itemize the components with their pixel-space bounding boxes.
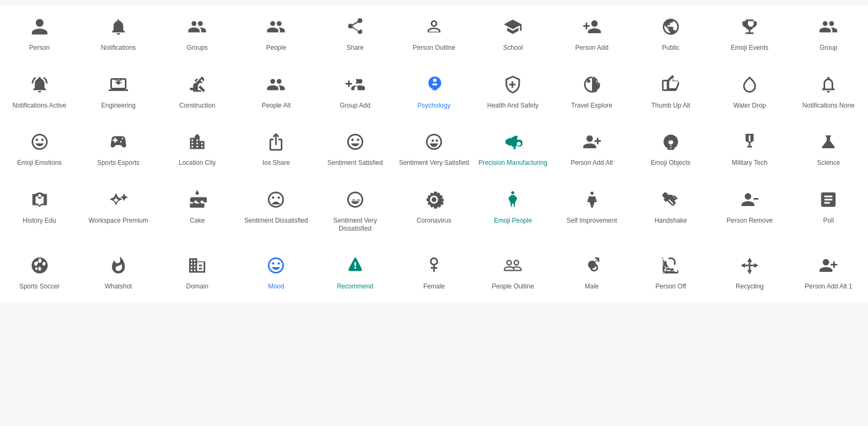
male-icon <box>582 254 602 277</box>
icon-cell-workspace-premium[interactable]: Workspace Premium <box>79 178 158 244</box>
icon-cell-military-tech[interactable]: Military Tech <box>710 120 789 178</box>
person-add-alt-label: Person Add Alt <box>571 159 613 168</box>
health-and-safety-label: Health And Safety <box>487 102 538 110</box>
icon-cell-person[interactable]: Person <box>0 5 79 63</box>
sentiment-very-dissatisfied-icon <box>346 188 365 211</box>
precision-manufacturing-icon <box>503 130 522 154</box>
icon-cell-sentiment-satisfied[interactable]: Sentiment Satisfied <box>316 120 394 178</box>
person-outline-icon <box>424 15 444 39</box>
icon-cell-ios-share[interactable]: Ios Share <box>237 120 316 178</box>
domain-label: Domain <box>186 283 208 291</box>
icon-cell-recycling[interactable]: Recycling <box>710 244 789 302</box>
icon-cell-person-add-alt-1[interactable]: Person Add Alt 1 <box>789 244 868 302</box>
location-city-label: Location City <box>178 159 215 168</box>
icon-cell-health-and-safety[interactable]: Health And Safety <box>474 63 552 121</box>
poll-label: Poll <box>823 217 834 225</box>
icon-cell-school[interactable]: School <box>474 5 552 63</box>
icon-cell-precision-manufacturing[interactable]: Precision Manufacturing <box>474 120 552 178</box>
icon-cell-notifications[interactable]: Notifications <box>79 5 158 63</box>
icon-cell-location-city[interactable]: Location City <box>158 120 237 178</box>
recycling-label: Recycling <box>736 283 764 291</box>
icon-cell-person-add-alt[interactable]: Person Add Alt <box>552 120 631 178</box>
icon-cell-poll[interactable]: Poll <box>789 178 868 244</box>
mood-label: Mood <box>268 283 284 291</box>
icon-cell-notifications-active[interactable]: Notifications Active <box>0 63 79 121</box>
history-edu-label: History Edu <box>23 217 56 225</box>
precision-manufacturing-label: Precision Manufacturing <box>478 159 548 168</box>
emoji-objects-label: Emoji Objects <box>651 159 691 168</box>
icon-cell-psychology[interactable]: Psychology <box>394 63 473 121</box>
group-label: Group <box>820 44 837 52</box>
icon-cell-engineering[interactable]: Engineering <box>79 63 158 121</box>
icon-cell-group[interactable]: Group <box>789 5 868 63</box>
workspace-premium-icon <box>109 188 128 211</box>
icon-cell-construction[interactable]: Construction <box>158 63 237 121</box>
icon-cell-water-drop[interactable]: Water Drop <box>710 63 789 121</box>
coronavirus-icon <box>424 188 444 211</box>
public-icon <box>661 15 680 39</box>
travel-explore-icon <box>582 73 602 96</box>
science-label: Science <box>817 159 840 168</box>
recommend-icon <box>346 254 365 277</box>
icon-cell-notifications-none[interactable]: Notifications None <box>789 63 868 121</box>
self-improvement-label: Self Improvement <box>567 217 617 225</box>
icon-cell-recommend[interactable]: Recommend <box>316 244 394 302</box>
icon-cell-public[interactable]: Public <box>631 5 710 63</box>
military-tech-icon <box>740 130 759 154</box>
icon-cell-female[interactable]: Female <box>394 244 473 302</box>
icon-cell-sentiment-very-dissatisfied[interactable]: Sentiment Very Dissatisfied <box>316 178 394 244</box>
person-add-alt-1-icon <box>819 254 838 277</box>
icon-cell-history-edu[interactable]: History Edu <box>0 178 79 244</box>
ios-share-icon <box>266 130 286 154</box>
icon-cell-people-alt[interactable]: People Alt <box>237 63 316 121</box>
icon-grid: PersonNotificationsGroupsPeopleSharePers… <box>0 0 868 307</box>
icon-cell-travel-explore[interactable]: Travel Explore <box>552 63 631 121</box>
share-icon <box>346 15 365 39</box>
icon-cell-thumb-up-alt[interactable]: Thumb Up Alt <box>631 63 710 121</box>
icon-cell-emoji-events[interactable]: Emoji Events <box>710 5 789 63</box>
icon-cell-sentiment-very-satisfied[interactable]: Sentiment Very Satisfied <box>394 120 473 178</box>
icon-cell-people[interactable]: People <box>237 5 316 63</box>
icon-cell-person-add[interactable]: Person Add <box>552 5 631 63</box>
icon-cell-sentiment-dissatisfied[interactable]: Sentiment Dissatisfied <box>237 178 316 244</box>
icon-cell-handshake[interactable]: Handshake <box>631 178 710 244</box>
icon-cell-domain[interactable]: Domain <box>158 244 237 302</box>
icon-cell-people-outline[interactable]: People Outline <box>474 244 552 302</box>
sports-esports-icon <box>109 130 128 154</box>
people-outline-icon <box>503 254 522 277</box>
mood-icon <box>266 254 286 277</box>
sentiment-very-satisfied-label: Sentiment Very Satisfied <box>399 159 469 168</box>
icon-cell-cake[interactable]: Cake <box>158 178 237 244</box>
people-alt-label: People Alt <box>261 102 290 110</box>
icon-cell-groups[interactable]: Groups <box>158 5 237 63</box>
person-remove-icon <box>740 188 759 211</box>
icon-cell-person-off[interactable]: Person Off <box>631 244 710 302</box>
group-icon <box>819 15 838 39</box>
construction-label: Construction <box>179 102 215 110</box>
psychology-label: Psychology <box>417 102 450 110</box>
icon-cell-whatshot[interactable]: Whatshot <box>79 244 158 302</box>
people-alt-icon <box>266 73 286 96</box>
icon-cell-person-outline[interactable]: Person Outline <box>394 5 473 63</box>
person-add-alt-icon <box>582 130 602 154</box>
icon-cell-group-add[interactable]: Group Add <box>316 63 394 121</box>
icon-cell-emoji-objects[interactable]: Emoji Objects <box>631 120 710 178</box>
person-off-label: Person Off <box>655 283 686 291</box>
icon-cell-sports-soccer[interactable]: Sports Soccer <box>0 244 79 302</box>
whatshot-icon <box>109 254 128 277</box>
notifications-active-label: Notifications Active <box>12 102 66 110</box>
icon-cell-person-remove[interactable]: Person Remove <box>710 178 789 244</box>
icon-cell-self-improvement[interactable]: Self Improvement <box>552 178 631 244</box>
icon-cell-sports-esports[interactable]: Sports Esports <box>79 120 158 178</box>
icon-cell-emoji-emotions[interactable]: Emoji Emotions <box>0 120 79 178</box>
icon-cell-coronavirus[interactable]: Coronavirus <box>394 178 473 244</box>
icon-cell-emoji-people[interactable]: Emoji People <box>474 178 552 244</box>
icon-cell-science[interactable]: Science <box>789 120 868 178</box>
group-add-icon <box>346 73 365 96</box>
icon-cell-mood[interactable]: Mood <box>237 244 316 302</box>
icon-cell-share[interactable]: Share <box>316 5 394 63</box>
cake-label: Cake <box>190 217 205 225</box>
icon-cell-male[interactable]: Male <box>552 244 631 302</box>
handshake-icon <box>661 188 680 211</box>
public-label: Public <box>662 44 679 52</box>
